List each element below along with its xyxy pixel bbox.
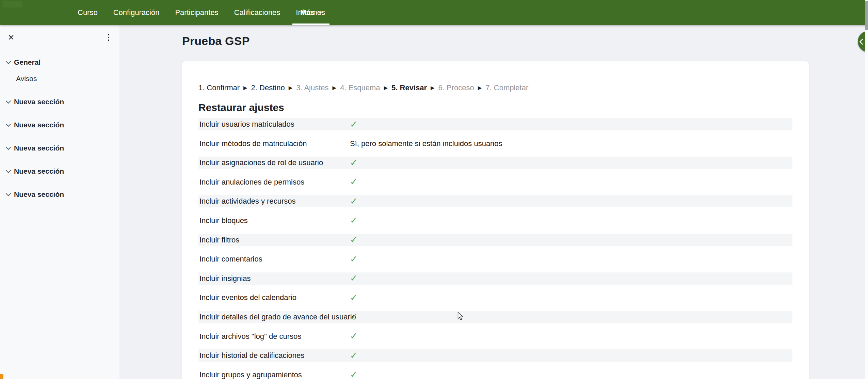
setting-label: Incluir usuarios matriculados xyxy=(198,120,350,129)
setting-label: Incluir actividades y recursos xyxy=(198,197,350,206)
page-title: Prueba GSP xyxy=(182,34,250,48)
setting-value: ✓ xyxy=(350,255,792,264)
setting-label: Incluir archivos "log" de cursos xyxy=(198,332,350,341)
setting-label: Incluir detalles del grado de avance del… xyxy=(198,313,350,321)
setting-value: ✓ xyxy=(350,351,792,360)
step-wrap: 2. Destino ▶ xyxy=(251,83,296,92)
setting-label: Incluir grupos y agrupamientos xyxy=(198,370,350,379)
restore-steps-breadcrumb: 1. Confirmar ▶ 2. Destino ▶ 3. Ajustes ▶… xyxy=(198,83,792,92)
chevron-down-icon[interactable] xyxy=(6,144,11,150)
restore-step: 4. Esquema xyxy=(340,83,380,92)
check-icon: ✓ xyxy=(350,370,358,379)
restore-settings-table: Incluir usuarios matriculados ✓ Incluir … xyxy=(198,118,792,379)
setting-row: Incluir grupos y agrupamientos ✓ xyxy=(198,369,792,379)
setting-label: Incluir anulaciones de permisos xyxy=(198,178,350,187)
setting-row: Incluir comentarios ✓ xyxy=(198,253,792,265)
restore-step: 7. Completar xyxy=(485,83,528,92)
step-arrow-separator: ▶ xyxy=(478,85,482,91)
course-index-label: Nueva sección xyxy=(14,167,64,175)
check-icon: ✓ xyxy=(350,255,358,264)
step-arrow-separator: ▶ xyxy=(431,85,435,91)
step-wrap: 5. Revisar ▶ xyxy=(391,83,438,92)
course-index-row[interactable]: Avisos xyxy=(0,74,119,84)
restore-review-card: 1. Confirmar ▶ 2. Destino ▶ 3. Ajustes ▶… xyxy=(182,61,809,379)
setting-value: ✓ xyxy=(350,312,792,321)
step-wrap: 7. Completar ▶ xyxy=(485,83,528,92)
course-index-drawer: ✕ General Avisos Nueva sección Nueva sec… xyxy=(0,25,119,379)
close-drawer-icon[interactable]: ✕ xyxy=(8,34,14,42)
course-index-row[interactable]: Nueva sección xyxy=(0,143,119,153)
restore-step: 3. Ajustes xyxy=(296,83,328,92)
chevron-down-icon[interactable] xyxy=(6,191,11,196)
setting-value: Sí, pero solamente si están incluidos us… xyxy=(350,139,792,148)
course-index-row[interactable]: Nueva sección xyxy=(0,189,119,200)
chevron-down-icon[interactable] xyxy=(6,98,11,104)
chevron-down-icon[interactable] xyxy=(6,59,11,64)
course-index-label: Nueva sección xyxy=(14,190,64,199)
setting-value: ✓ xyxy=(350,158,792,168)
course-index-label: Nueva sección xyxy=(14,98,64,106)
section-heading: Restaurar ajustes xyxy=(198,102,792,113)
scrollbar-thumb[interactable] xyxy=(865,1,868,30)
chevron-down-icon[interactable] xyxy=(6,168,11,173)
chevron-left-icon xyxy=(859,38,865,45)
setting-value: ✓ xyxy=(350,120,792,129)
setting-value: ✓ xyxy=(350,216,792,225)
check-icon: ✓ xyxy=(350,120,358,129)
setting-row: Incluir métodos de matriculación Sí, per… xyxy=(198,138,792,150)
nav-tab[interactable]: Participantes xyxy=(167,0,226,25)
step-wrap: 6. Proceso ▶ xyxy=(438,83,486,92)
setting-row: Incluir historial de calificaciones ✓ xyxy=(198,349,792,362)
check-icon: ✓ xyxy=(350,177,358,187)
setting-row: Incluir actividades y recursos ✓ xyxy=(198,195,792,207)
check-icon: ✓ xyxy=(350,158,358,168)
nav-tab[interactable]: Configuración xyxy=(106,0,167,25)
setting-row: Incluir insignias ✓ xyxy=(198,272,792,285)
setting-value: ✓ xyxy=(350,332,792,341)
course-index-label: General xyxy=(14,58,41,66)
setting-label: Incluir insignias xyxy=(198,274,350,283)
course-index-label: Avisos xyxy=(16,75,37,83)
setting-label: Incluir asignaciones de rol de usuario xyxy=(198,158,350,167)
page-scrollbar[interactable] xyxy=(865,0,868,379)
navbar-corner-highlight xyxy=(3,1,22,7)
setting-row: Incluir anulaciones de permisos ✓ xyxy=(198,176,792,188)
setting-row: Incluir asignaciones de rol de usuario ✓ xyxy=(198,157,792,169)
kebab-menu-icon[interactable] xyxy=(107,33,111,42)
setting-value: ✓ xyxy=(350,177,792,187)
restore-step: 6. Proceso xyxy=(438,83,474,92)
course-index-row[interactable]: Nueva sección xyxy=(0,166,119,176)
chevron-down-icon[interactable] xyxy=(6,121,11,127)
step-arrow-separator: ▶ xyxy=(384,85,388,91)
course-index-list: General Avisos Nueva sección Nueva secci… xyxy=(0,44,119,200)
restore-step: 5. Revisar xyxy=(391,83,427,92)
restore-step: 1. Confirmar xyxy=(198,83,240,92)
setting-row: Incluir archivos "log" de cursos ✓ xyxy=(198,330,792,343)
nav-tab-more[interactable]: Más xyxy=(292,0,329,25)
course-index-row[interactable]: Nueva sección xyxy=(0,97,119,107)
course-nav-tabs: Curso Configuración Participantes Califi… xyxy=(0,0,868,25)
restore-step: 2. Destino xyxy=(251,83,285,92)
setting-label: Incluir métodos de matriculación xyxy=(198,139,350,148)
course-index-row[interactable]: General xyxy=(0,57,119,67)
course-index-header: ✕ xyxy=(8,33,111,42)
check-icon: ✓ xyxy=(350,197,358,206)
step-arrow-separator: ▶ xyxy=(333,85,337,91)
step-arrow-separator: ▶ xyxy=(289,85,293,91)
nav-tab[interactable]: Curso xyxy=(70,0,106,25)
setting-label: Incluir historial de calificaciones xyxy=(198,351,350,360)
check-icon: ✓ xyxy=(350,351,358,360)
course-index-row[interactable]: Nueva sección xyxy=(0,120,119,130)
main-region: Prueba GSP 1. Confirmar ▶ 2. Destino ▶ 3… xyxy=(119,25,865,379)
course-index-label: Nueva sección xyxy=(14,144,64,152)
step-wrap: 4. Esquema ▶ xyxy=(340,83,391,92)
setting-label: Incluir comentarios xyxy=(198,255,350,264)
chevron-down-icon xyxy=(318,10,322,14)
setting-row: Incluir eventos del calendario ✓ xyxy=(198,291,792,304)
nav-tab[interactable]: Calificaciones xyxy=(226,0,288,25)
setting-label: Incluir bloques xyxy=(198,216,350,225)
setting-value: ✓ xyxy=(350,274,792,283)
check-icon: ✓ xyxy=(350,312,358,321)
course-index-label: Nueva sección xyxy=(14,121,64,129)
check-icon: ✓ xyxy=(350,332,358,341)
